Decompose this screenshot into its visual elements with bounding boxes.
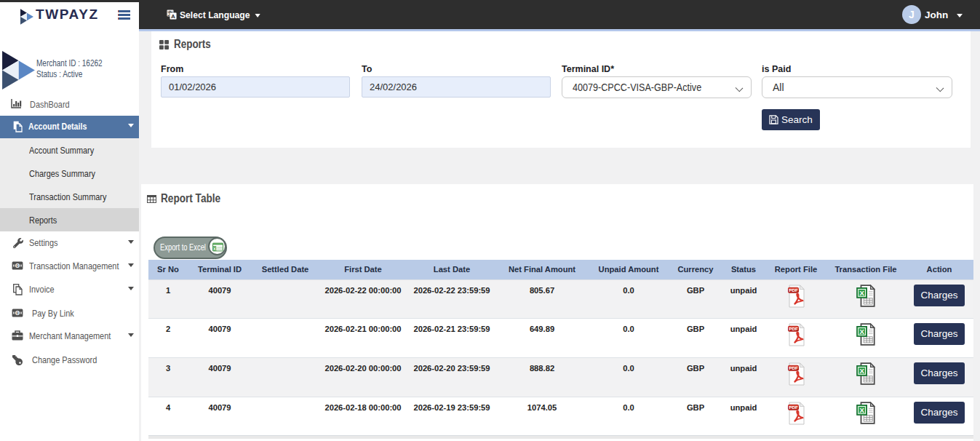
svg-text:X: X xyxy=(213,247,216,251)
svg-text:A: A xyxy=(171,13,175,20)
